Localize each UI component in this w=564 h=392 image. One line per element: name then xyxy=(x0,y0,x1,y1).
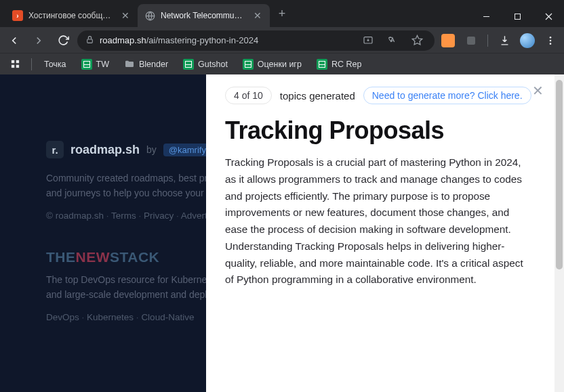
generate-more-link[interactable]: Need to generate more? Click here. xyxy=(363,87,531,104)
close-icon[interactable]: ✕ xyxy=(120,10,131,21)
tab-title: Network Telecommunications A xyxy=(161,11,247,20)
brand-name: roadmap.sh xyxy=(70,143,140,157)
svg-point-10 xyxy=(550,39,552,41)
bookmark-item[interactable]: Точка xyxy=(39,57,72,72)
close-panel-button[interactable]: ✕ xyxy=(532,83,544,99)
download-icon[interactable] xyxy=(495,31,514,50)
bookmark-label: Точка xyxy=(44,60,66,69)
sponsor-link[interactable]: Kubernetes xyxy=(87,312,141,322)
sheets-icon xyxy=(243,59,254,70)
minimize-button[interactable] xyxy=(470,5,502,27)
new-tab-button[interactable]: + xyxy=(273,4,291,23)
install-icon[interactable] xyxy=(359,31,378,50)
window-controls xyxy=(470,5,564,27)
side-panel: ✕ 4 of 10 topics generated Need to gener… xyxy=(206,74,564,392)
svg-rect-5 xyxy=(87,39,93,42)
globe-icon xyxy=(144,10,155,21)
menu-icon[interactable] xyxy=(541,31,560,50)
svg-marker-7 xyxy=(412,35,422,44)
translate-icon[interactable] xyxy=(383,31,402,50)
arrow-right-icon: › xyxy=(12,10,23,21)
close-icon[interactable]: ✕ xyxy=(252,10,263,21)
bookmark-label: Gutshot xyxy=(198,60,228,69)
bookmark-item[interactable]: RC Rep xyxy=(311,56,367,72)
brand-icon: r. xyxy=(46,141,64,158)
bookmark-item[interactable]: Blender xyxy=(119,56,174,72)
topic-counter-label: topics generated xyxy=(280,90,355,102)
legal-link[interactable]: Terms xyxy=(111,211,144,221)
bookmark-item[interactable]: Оценки игр xyxy=(237,56,307,72)
browser-toolbar: roadmap.sh/ai/mastering-python-in-2024 xyxy=(0,27,564,53)
address-bar[interactable]: roadmap.sh/ai/mastering-python-in-2024 xyxy=(77,30,435,51)
legal-link[interactable]: Privacy xyxy=(144,211,181,221)
close-window-button[interactable] xyxy=(533,5,564,27)
sheets-icon xyxy=(183,59,194,70)
svg-rect-14 xyxy=(11,65,14,68)
bookmark-item[interactable]: Gutshot xyxy=(178,56,233,72)
star-icon[interactable] xyxy=(407,31,426,50)
scrollbar-thumb[interactable] xyxy=(556,80,563,269)
bookmark-label: TW xyxy=(96,60,109,69)
svg-rect-12 xyxy=(11,60,14,63)
panel-body: Tracking Proposals is a crucial part of … xyxy=(225,154,545,288)
forward-button[interactable] xyxy=(28,30,49,51)
url-text: roadmap.sh/ai/mastering-python-in-2024 xyxy=(100,35,353,45)
folder-icon xyxy=(124,59,135,70)
browser-tab-inactive[interactable]: › Хостинговое сообщество «Tir ✕ xyxy=(5,4,138,27)
lock-icon xyxy=(85,35,94,46)
topic-counter: 4 of 10 xyxy=(225,87,272,104)
page-content: Roadmaps B r. roadmap.sh by @kamrify Com… xyxy=(0,74,564,392)
svg-point-11 xyxy=(550,43,552,45)
titlebar: › Хостинговое сообщество «Tir ✕ Network … xyxy=(0,0,564,27)
svg-rect-13 xyxy=(16,60,18,63)
extension-icon[interactable] xyxy=(462,31,481,50)
legal-link[interactable]: Advert xyxy=(181,211,207,221)
sponsor-link[interactable]: DevOps xyxy=(46,312,87,322)
maximize-button[interactable] xyxy=(502,5,533,27)
back-button[interactable] xyxy=(4,30,24,51)
browser-tab-active[interactable]: Network Telecommunications A ✕ xyxy=(138,4,270,27)
separator xyxy=(487,35,488,47)
bookmark-item[interactable]: TW xyxy=(76,56,115,72)
bookmark-label: Оценки игр xyxy=(258,60,302,69)
extension-icon[interactable] xyxy=(439,31,458,50)
tab-title: Хостинговое сообщество «Tir xyxy=(28,11,115,20)
bookmark-label: RC Rep xyxy=(331,60,361,69)
bookmark-label: Blender xyxy=(139,60,168,69)
svg-rect-15 xyxy=(16,65,18,68)
sheets-icon xyxy=(81,59,92,70)
sponsor-link[interactable]: Cloud-Native xyxy=(141,312,194,322)
svg-point-9 xyxy=(550,37,552,39)
svg-rect-2 xyxy=(515,14,520,19)
apps-icon[interactable] xyxy=(5,55,24,74)
sheets-icon xyxy=(317,59,327,70)
separator xyxy=(31,58,32,70)
panel-title: Tracking Proposals xyxy=(225,116,545,145)
bookmarks-bar: Точка TW Blender Gutshot Оценки игр RC R… xyxy=(0,53,564,74)
tab-strip: › Хостинговое сообщество «Tir ✕ Network … xyxy=(0,4,291,27)
profile-avatar[interactable] xyxy=(518,31,537,50)
reload-button[interactable] xyxy=(53,30,73,51)
author-badge[interactable]: @kamrify xyxy=(163,144,212,156)
copyright: © roadmap.sh xyxy=(46,211,111,221)
svg-rect-8 xyxy=(467,37,475,45)
brand-by-text: by xyxy=(146,144,157,155)
